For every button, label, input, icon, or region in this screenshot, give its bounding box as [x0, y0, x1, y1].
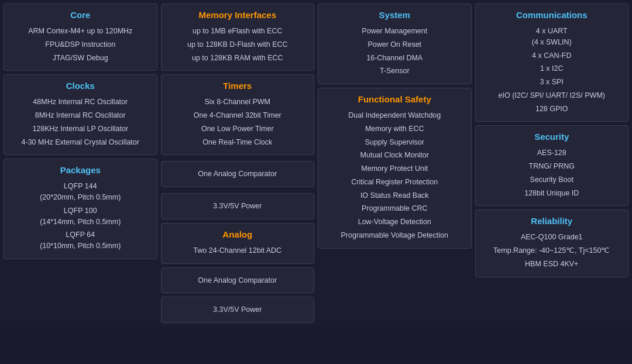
item-3-0-5: 128 GPIO: [480, 102, 624, 116]
card-0-2: PackagesLQFP 144 (20*20mm, Pitch 0.5mm)L…: [4, 159, 157, 259]
item-0-2-0: LQFP 144 (20*20mm, Pitch 0.5mm): [9, 180, 152, 204]
item-2-1-1: Memory with ECC: [323, 122, 466, 136]
item-2-1-5: Critical Register Protection: [323, 176, 466, 189]
item-3-2-1: Temp.Range: -40~125℃, Tj<150℃: [480, 244, 624, 257]
item-0-2-2: LQFP 64 (10*10mm, Pitch 0.5mm): [9, 228, 152, 253]
card-1-0: Memory Interfacesup to 1MB eFlash with E…: [161, 4, 315, 71]
item-0-1-2: 128KHz Internal LP Oscillator: [9, 122, 152, 136]
section-title-2-1: Functional Safety: [323, 94, 466, 104]
item-1-1-3: One Real-Time Clock: [166, 136, 310, 149]
card-0-1: Clocks48MHz Internal RC Oscillator8MHz I…: [4, 74, 157, 155]
item-2-1-8: Low-Voltage Detection: [323, 215, 466, 229]
item-3-2-0: AEC-Q100 Grade1: [480, 231, 624, 244]
item-0-1-1: 8MHz Internal RC Oscillator: [9, 109, 152, 122]
card-2-1: Functional SafetyDual Independent Watchd…: [318, 88, 472, 249]
card-3-2: ReliabilityAEC-Q100 Grade1Temp.Range: -4…: [475, 210, 629, 277]
item-2-1-3: Mutual Clock Monitor: [323, 149, 466, 162]
item-2-0-2: 16-Channel DMA: [323, 51, 466, 65]
section-title-2-0: System: [323, 10, 466, 20]
section-title-0-1: Clocks: [9, 81, 152, 91]
sub-card-1-2-1: One Analog Comparator: [161, 161, 315, 187]
item-3-0-0: 4 x UART (4 x SWLIN): [480, 25, 624, 49]
item-3-0-2: 1 x I2C: [480, 62, 624, 75]
item-2-1-7: Programmable CRC: [323, 202, 466, 215]
item-2-0-1: Power On Reset: [323, 38, 466, 51]
item-3-1-3: 128bit Unique ID: [480, 187, 624, 200]
item-1-1-0: Six 8-Channel PWM: [166, 95, 310, 109]
item-2-0-3: T-Sensor: [323, 64, 466, 78]
section-title-3-1: Security: [480, 132, 624, 142]
card-3-1: SecurityAES-128TRNG/ PRNGSecurity Boot12…: [475, 125, 629, 206]
column-2: SystemPower ManagementPower On Reset16-C…: [318, 4, 472, 323]
item-2-1-9: Programmable Voltage Detection: [323, 229, 466, 242]
sub-item-1-2-2-0: 3.3V/5V Power: [166, 200, 310, 213]
item-0-0-1: FPU&DSP Instruction: [9, 38, 152, 51]
item-1-1-1: One 4-Channel 32bit Timer: [166, 109, 310, 122]
section-title-3-2: Reliability: [480, 216, 624, 226]
item-3-1-1: TRNG/ PRNG: [480, 160, 624, 173]
item-2-1-0: Dual Independent Watchdog: [323, 109, 466, 122]
item-1-0-1: up to 128KB D-Flash with ECC: [166, 38, 310, 51]
analog-sub-item-2-0: 3.3V/5V Power: [166, 303, 310, 317]
item-2-1-4: Memory Protect Unit: [323, 162, 466, 176]
analog-sub-card-2: 3.3V/5V Power: [161, 297, 315, 323]
item-3-2-2: HBM ESD 4KV+: [480, 257, 624, 271]
item-3-0-4: eIO (I2C/ SPI/ UART/ I2S/ PWM): [480, 89, 624, 102]
item-3-1-0: AES-128: [480, 146, 624, 160]
item-1-0-2: up to 128KB RAM with ECC: [166, 51, 310, 65]
section-title-1-1: Timers: [166, 81, 310, 91]
card-0-0: CoreARM Cortex-M4+ up to 120MHzFPU&DSP I…: [4, 4, 157, 71]
item-0-2-1: LQFP 100 (14*14mm, Pitch 0.5mm): [9, 204, 152, 229]
section-title-0-0: Core: [9, 10, 152, 20]
analog-title: Analog: [166, 229, 310, 239]
analog-sub-card-1: One Analog Comparator: [161, 267, 315, 294]
section-title-3-0: Communications: [480, 10, 624, 20]
item-0-1-3: 4-30 MHz External Crystal Oscillator: [9, 136, 152, 149]
item-3-0-1: 4 x CAN-FD: [480, 49, 624, 63]
card-1-1: TimersSix 8-Channel PWMOne 4-Channel 32b…: [161, 74, 315, 155]
item-2-1-6: IO Status Read Back: [323, 189, 466, 202]
analog-item-0-0: Two 24-Channel 12bit ADC: [166, 244, 310, 257]
item-1-1-2: One Low Power Timer: [166, 122, 310, 136]
item-2-1-2: Supply Supervisor: [323, 136, 466, 149]
column-0: CoreARM Cortex-M4+ up to 120MHzFPU&DSP I…: [4, 4, 157, 323]
analog-sub-item-1-0: One Analog Comparator: [166, 274, 310, 287]
section-title-0-2: Packages: [9, 165, 152, 175]
item-3-0-3: 3 x SPI: [480, 75, 624, 89]
analog-main-card: AnalogTwo 24-Channel 12bit ADC: [161, 223, 315, 264]
item-2-0-0: Power Management: [323, 25, 466, 38]
column-3: Communications4 x UART (4 x SWLIN)4 x CA…: [475, 4, 629, 323]
card-3-0: Communications4 x UART (4 x SWLIN)4 x CA…: [475, 4, 629, 122]
sub-item-1-2-1-0: One Analog Comparator: [166, 167, 310, 181]
page-container: CoreARM Cortex-M4+ up to 120MHzFPU&DSP I…: [0, 0, 632, 327]
item-0-0-0: ARM Cortex-M4+ up to 120MHz: [9, 25, 152, 38]
column-1: Memory Interfacesup to 1MB eFlash with E…: [161, 4, 315, 323]
item-1-0-0: up to 1MB eFlash with ECC: [166, 25, 310, 38]
item-0-0-2: JTAG/SW Debug: [9, 51, 152, 65]
section-title-1-0: Memory Interfaces: [166, 10, 310, 20]
item-0-1-0: 48MHz Internal RC Oscillator: [9, 95, 152, 109]
card-2-0: SystemPower ManagementPower On Reset16-C…: [318, 4, 472, 84]
item-3-1-2: Security Boot: [480, 173, 624, 187]
sub-card-1-2-2: 3.3V/5V Power: [161, 193, 315, 219]
